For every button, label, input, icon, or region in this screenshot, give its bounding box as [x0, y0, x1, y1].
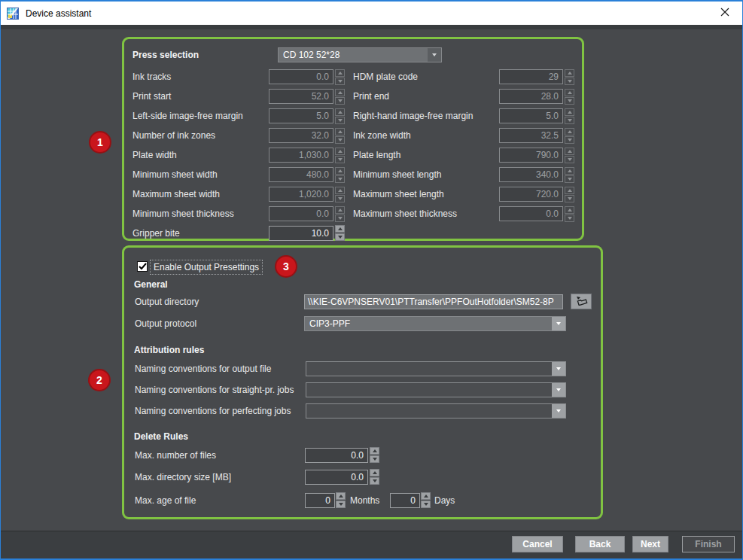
- max-sheet-length-input: 720.0: [499, 187, 563, 202]
- device-assistant-dialog: Device assistant Press selection CD 102 …: [0, 0, 743, 560]
- naming-straight-jobs-label: Naming conventions for straight-pr. jobs: [135, 382, 294, 397]
- output-directory-input[interactable]: \\KIE-C6VPNSERV01\PTTransfer\PPFOutHotfo…: [304, 294, 563, 309]
- spin-down-button: [335, 215, 345, 222]
- naming-perfecting-jobs-dropdown[interactable]: [306, 403, 566, 418]
- ink-tracks-spinner: [335, 69, 345, 85]
- min-sheet-length-input: 340.0: [499, 167, 563, 182]
- back-button[interactable]: Back: [575, 536, 625, 552]
- max-sheet-length-label: Maximum sheet length: [353, 187, 444, 202]
- spin-up-button[interactable]: [421, 492, 431, 500]
- spin-up-button: [335, 69, 345, 77]
- right-margin-label: Right-hand image-free margin: [353, 108, 473, 123]
- max-sheet-thickness-spinner: [565, 206, 574, 222]
- cancel-button[interactable]: Cancel: [512, 536, 563, 552]
- ink-zone-width-spinner: [565, 128, 574, 144]
- max-age-months-input[interactable]: 0: [305, 493, 335, 508]
- spin-up-button: [565, 167, 574, 175]
- chevron-down-icon[interactable]: [552, 383, 565, 397]
- naming-output-file-label: Naming conventions for output file: [135, 361, 271, 376]
- max-dir-size-spinner[interactable]: [370, 469, 379, 485]
- chevron-down-icon[interactable]: [552, 404, 565, 418]
- titlebar-shadow-strip: [1, 25, 742, 29]
- hdm-plate-code-input: 29: [499, 69, 563, 84]
- spin-down-button[interactable]: [335, 233, 345, 241]
- ink-zone-width-input: 32.5: [499, 128, 563, 143]
- max-files-spinner[interactable]: [370, 447, 379, 463]
- spin-up-button: [565, 69, 574, 77]
- chevron-down-icon[interactable]: [428, 48, 441, 62]
- naming-straight-jobs-value: [306, 383, 552, 397]
- delete-rules-heading: Delete Rules: [134, 429, 188, 444]
- ink-zone-width-label: Ink zone width: [353, 128, 411, 143]
- spin-up-button[interactable]: [336, 492, 346, 500]
- max-sheet-thickness-label: Maximum sheet thickness: [353, 206, 457, 221]
- plate-width-spinner: [335, 148, 345, 163]
- spin-up-button[interactable]: [335, 225, 345, 233]
- spin-down-button: [565, 136, 574, 144]
- naming-perfecting-jobs-value: [306, 404, 552, 418]
- plate-width-label: Plate width: [132, 148, 177, 163]
- naming-perfecting-jobs-label: Naming conventions for perfecting jobs: [135, 403, 291, 418]
- finish-button: Finish: [682, 536, 735, 552]
- max-sheet-width-spinner: [335, 187, 345, 202]
- max-files-input[interactable]: 0.0: [305, 448, 368, 463]
- browse-folder-icon: [575, 295, 588, 309]
- ink-zones-label: Number of ink zones: [132, 128, 215, 143]
- spin-down-button: [565, 215, 574, 222]
- spin-up-button: [565, 187, 574, 194]
- print-start-spinner: [335, 89, 345, 105]
- enable-output-presettings-checkbox[interactable]: [137, 261, 148, 272]
- print-end-label: Print end: [353, 89, 389, 104]
- spin-up-button: [335, 167, 345, 175]
- max-age-months-spinner[interactable]: [336, 492, 346, 508]
- days-label: Days: [434, 493, 455, 508]
- enable-output-presettings-label[interactable]: Enable Output Presettings: [150, 260, 263, 275]
- max-sheet-width-label: Maximum sheet width: [132, 187, 220, 202]
- spin-up-button[interactable]: [370, 469, 379, 476]
- output-protocol-value: CIP3-PPF: [305, 317, 552, 330]
- spin-up-button: [565, 148, 574, 155]
- naming-straight-jobs-dropdown[interactable]: [306, 382, 566, 397]
- spin-up-button: [335, 206, 345, 214]
- spin-down-button[interactable]: [336, 501, 346, 508]
- max-sheet-length-spinner: [565, 187, 574, 202]
- press-selection-value: CD 102 52*28: [279, 48, 428, 62]
- spin-down-button[interactable]: [370, 455, 379, 463]
- spin-down-button: [335, 175, 345, 183]
- left-margin-input: 5.0: [269, 108, 333, 123]
- browse-directory-button[interactable]: [571, 294, 592, 309]
- gripper-bite-label: Gripper bite: [132, 226, 180, 241]
- chevron-down-icon[interactable]: [552, 362, 565, 376]
- max-age-days-spinner[interactable]: [421, 492, 431, 508]
- next-button[interactable]: Next: [632, 536, 668, 552]
- spin-up-button: [335, 148, 345, 155]
- gripper-bite-input[interactable]: 10.0: [269, 226, 333, 241]
- spin-down-button: [335, 136, 345, 144]
- chevron-down-icon[interactable]: [552, 317, 565, 330]
- plate-length-input: 790.0: [499, 148, 563, 163]
- print-start-input: 52.0: [269, 89, 333, 104]
- output-protocol-dropdown[interactable]: CIP3-PPF: [304, 316, 566, 331]
- app-icon: [7, 8, 19, 20]
- plate-width-input: 1,030.0: [269, 148, 333, 163]
- gripper-bite-spinner[interactable]: [335, 225, 345, 241]
- hdm-plate-code-label: HDM plate code: [353, 69, 418, 84]
- min-sheet-thickness-input: 0.0: [269, 206, 333, 221]
- attribution-rules-heading: Attribution rules: [134, 342, 204, 358]
- ink-zones-spinner: [335, 128, 345, 144]
- left-margin-label: Left-side image-free margin: [132, 108, 243, 123]
- min-sheet-length-spinner: [565, 167, 574, 183]
- press-selection-label: Press selection: [132, 47, 199, 62]
- press-selection-dropdown[interactable]: CD 102 52*28: [278, 47, 442, 62]
- spin-up-button[interactable]: [370, 447, 379, 455]
- spin-down-button[interactable]: [421, 501, 431, 508]
- max-dir-size-input[interactable]: 0.0: [305, 470, 368, 485]
- naming-output-file-dropdown[interactable]: [306, 361, 566, 376]
- max-dir-size-label: Max. directory size [MB]: [135, 470, 231, 485]
- annotation-badge-3: 3: [275, 255, 297, 278]
- ink-zones-input: 32.0: [269, 128, 333, 143]
- max-age-days-input[interactable]: 0: [390, 493, 420, 508]
- spin-down-button[interactable]: [370, 477, 379, 485]
- close-button[interactable]: [708, 2, 742, 25]
- spin-up-button: [565, 108, 574, 116]
